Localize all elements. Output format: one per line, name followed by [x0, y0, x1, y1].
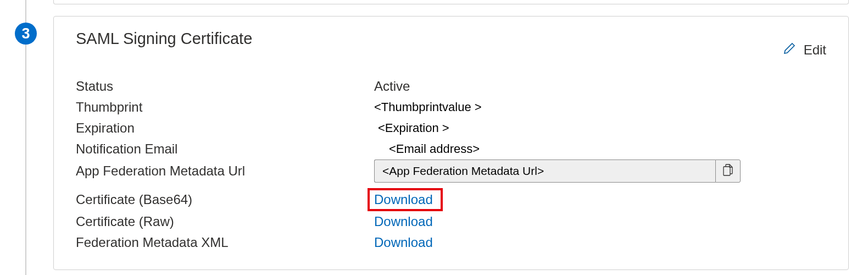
edit-label: Edit: [804, 42, 826, 58]
label-cert-raw: Certificate (Raw): [76, 214, 374, 229]
copy-button[interactable]: [715, 160, 741, 183]
label-cert-base64: Certificate (Base64): [76, 192, 374, 207]
row-cert-base64: Certificate (Base64) Download: [76, 188, 826, 211]
metadata-url-input[interactable]: <App Federation Metadata Url>: [374, 160, 715, 183]
label-thumbprint: Thumbprint: [76, 100, 374, 115]
copy-icon: [722, 164, 733, 178]
value-thumbprint: <Thumbprintvalue >: [374, 100, 482, 114]
card-title: SAML Signing Certificate: [76, 30, 252, 48]
row-cert-raw: Certificate (Raw) Download: [76, 211, 826, 232]
label-fed-metadata-xml: Federation Metadata XML: [76, 235, 374, 250]
metadata-url-input-group: <App Federation Metadata Url>: [374, 160, 741, 183]
row-thumbprint: Thumbprint <Thumbprintvalue >: [76, 97, 826, 118]
edit-button[interactable]: Edit: [783, 42, 826, 58]
value-status: Active: [374, 79, 410, 94]
previous-card-bottom: [53, 0, 849, 4]
download-fed-metadata-xml-link[interactable]: Download: [374, 235, 433, 250]
download-cert-raw-link[interactable]: Download: [374, 214, 433, 229]
label-status: Status: [76, 79, 374, 94]
svg-rect-0: [724, 167, 730, 175]
card-header: SAML Signing Certificate Edit: [76, 30, 826, 58]
download-cert-base64-link[interactable]: Download: [374, 192, 433, 207]
highlight-box: Download: [368, 188, 443, 211]
row-notification-email: Notification Email <Email address>: [76, 139, 826, 160]
row-status: Status Active: [76, 76, 826, 97]
row-fed-metadata-xml: Federation Metadata XML Download: [76, 232, 826, 253]
row-expiration: Expiration <Expiration >: [76, 118, 826, 139]
pencil-icon: [783, 42, 796, 58]
saml-signing-certificate-card: SAML Signing Certificate Edit Status Act…: [53, 16, 849, 270]
step-badge: 3: [15, 23, 37, 45]
label-expiration: Expiration: [76, 120, 374, 136]
row-metadata-url: App Federation Metadata Url <App Federat…: [76, 160, 826, 183]
fields-list: Status Active Thumbprint <Thumbprintvalu…: [76, 76, 826, 253]
label-metadata-url: App Federation Metadata Url: [76, 163, 374, 179]
label-notification-email: Notification Email: [76, 141, 374, 157]
value-notification-email: <Email address>: [374, 142, 480, 156]
value-expiration: <Expiration >: [374, 121, 449, 135]
